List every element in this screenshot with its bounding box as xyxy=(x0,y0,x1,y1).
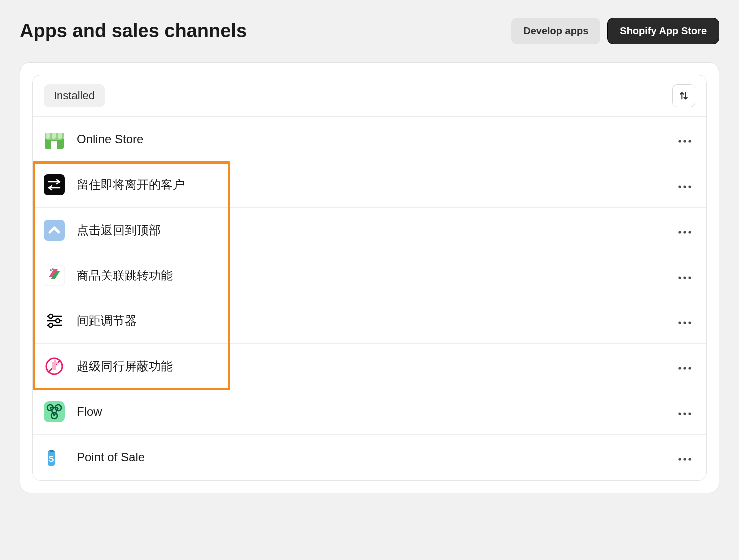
svg-point-6 xyxy=(678,185,681,188)
svg-rect-1 xyxy=(51,141,57,149)
more-icon xyxy=(678,321,691,324)
svg-point-7 xyxy=(683,185,686,188)
more-icon xyxy=(678,276,691,279)
svg-point-33 xyxy=(683,367,686,369)
app-row[interactable]: 商品关联跳转功能 xyxy=(33,253,706,298)
svg-point-44 xyxy=(688,412,691,415)
svg-point-18 xyxy=(688,276,691,279)
flow-icon xyxy=(44,401,65,422)
svg-point-10 xyxy=(678,231,681,233)
svg-point-32 xyxy=(678,367,681,369)
app-name-label: 点击返回到顶部 xyxy=(77,222,674,238)
page-header: Apps and sales channels Develop apps Sho… xyxy=(20,18,719,44)
app-row[interactable]: SPoint of Sale xyxy=(33,435,706,480)
svg-point-2 xyxy=(678,140,681,142)
more-icon xyxy=(678,185,691,188)
svg-point-4 xyxy=(688,140,691,142)
more-icon xyxy=(678,367,691,370)
svg-point-15 xyxy=(52,268,54,270)
develop-apps-button[interactable]: Develop apps xyxy=(511,18,600,44)
svg-point-23 xyxy=(49,314,53,318)
svg-point-34 xyxy=(688,367,691,369)
more-actions-button[interactable] xyxy=(674,222,695,239)
svg-point-26 xyxy=(678,321,681,324)
app-row[interactable]: Flow xyxy=(33,389,706,435)
svg-point-11 xyxy=(683,231,686,233)
app-row[interactable]: 留住即将离开的客户 xyxy=(33,162,706,208)
exit-intent-icon xyxy=(44,174,65,195)
app-list: Online Store留住即将离开的客户点击返回到顶部商品关联跳转功能间距调节… xyxy=(33,117,706,480)
svg-point-47 xyxy=(683,458,686,460)
more-actions-button[interactable] xyxy=(674,267,695,284)
svg-point-43 xyxy=(683,412,686,415)
app-row[interactable]: 间距调节器 xyxy=(33,298,706,344)
app-name-label: Point of Sale xyxy=(77,450,674,464)
more-icon xyxy=(678,140,691,143)
svg-point-48 xyxy=(688,458,691,460)
sort-icon xyxy=(678,90,689,101)
product-link-icon xyxy=(44,265,65,286)
app-name-label: Online Store xyxy=(77,132,674,146)
svg-point-46 xyxy=(678,458,681,460)
app-name-label: Flow xyxy=(77,405,674,419)
app-store-button[interactable]: Shopify App Store xyxy=(607,18,719,44)
more-icon xyxy=(678,458,691,461)
svg-point-3 xyxy=(683,140,686,142)
svg-point-27 xyxy=(683,321,686,324)
more-actions-button[interactable] xyxy=(674,131,695,148)
more-actions-button[interactable] xyxy=(674,449,695,466)
page-title: Apps and sales channels xyxy=(20,20,247,42)
more-icon xyxy=(678,412,691,415)
svg-rect-5 xyxy=(44,174,65,195)
more-actions-button[interactable] xyxy=(674,403,695,420)
tabs-row: Installed xyxy=(33,75,706,117)
svg-rect-9 xyxy=(44,220,65,241)
svg-point-8 xyxy=(688,185,691,188)
app-name-label: 间距调节器 xyxy=(77,313,674,329)
svg-point-25 xyxy=(49,323,53,327)
svg-text:S: S xyxy=(49,455,54,463)
tab-installed[interactable]: Installed xyxy=(44,84,105,107)
more-icon xyxy=(678,231,691,234)
apps-inner-card: Installed Online Store留住即将离开的客户点击返回到顶部商品… xyxy=(32,75,707,481)
more-actions-button[interactable] xyxy=(674,358,695,375)
pos-icon: S xyxy=(44,447,65,468)
svg-point-12 xyxy=(688,231,691,233)
app-row[interactable]: 超级同行屏蔽功能 xyxy=(33,344,706,389)
svg-point-14 xyxy=(50,269,52,271)
apps-card: Installed Online Store留住即将离开的客户点击返回到顶部商品… xyxy=(20,62,719,493)
app-name-label: 超级同行屏蔽功能 xyxy=(77,358,674,374)
more-actions-button[interactable] xyxy=(674,312,695,329)
spacing-icon xyxy=(44,310,65,331)
more-actions-button[interactable] xyxy=(674,176,695,193)
svg-point-16 xyxy=(678,276,681,279)
app-name-label: 商品关联跳转功能 xyxy=(77,268,674,283)
svg-point-17 xyxy=(683,276,686,279)
sort-button[interactable] xyxy=(672,84,695,107)
svg-point-42 xyxy=(678,412,681,415)
block-icon xyxy=(44,356,65,377)
svg-point-24 xyxy=(56,319,60,323)
svg-point-28 xyxy=(688,321,691,324)
app-row[interactable]: Online Store xyxy=(33,117,706,162)
scroll-top-icon xyxy=(44,220,65,241)
header-buttons: Develop apps Shopify App Store xyxy=(511,18,719,44)
app-row[interactable]: 点击返回到顶部 xyxy=(33,208,706,253)
app-name-label: 留住即将离开的客户 xyxy=(77,177,674,193)
online-store-icon xyxy=(44,129,65,150)
